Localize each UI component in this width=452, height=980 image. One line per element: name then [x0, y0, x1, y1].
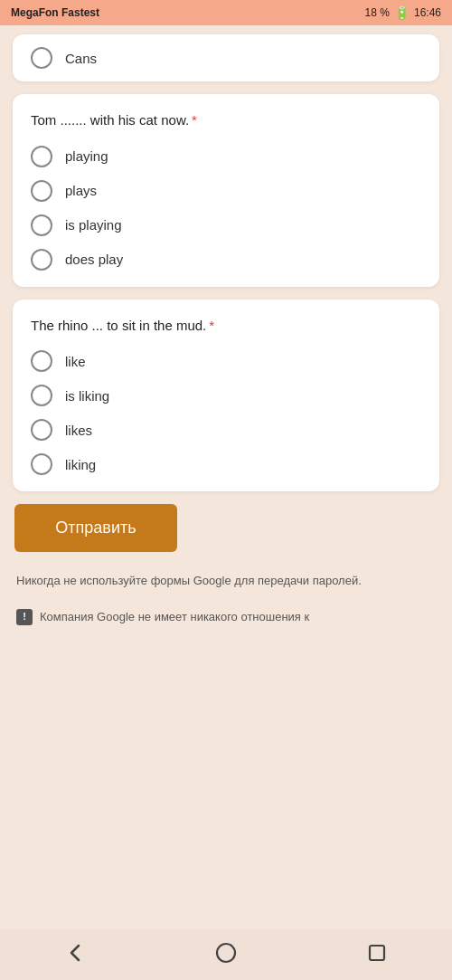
q2-radio-2[interactable] [31, 385, 52, 406]
q1-option-4-row[interactable]: does play [31, 249, 421, 271]
q1-option-3-row[interactable]: is playing [31, 214, 421, 236]
back-button[interactable] [62, 940, 88, 966]
cans-label: Cans [65, 51, 97, 66]
q2-radio-4[interactable] [31, 453, 52, 475]
svg-point-0 [217, 944, 235, 962]
q2-radio-1[interactable] [31, 350, 52, 372]
carrier-label: MegaFon Fastest [11, 6, 99, 19]
question-2-body: The rhino ... to sit in the mud. [31, 318, 206, 333]
recent-icon [364, 940, 390, 966]
q1-label-2: plays [65, 183, 97, 198]
q1-radio-2[interactable] [31, 180, 52, 202]
question-1-required: * [192, 112, 197, 128]
q1-radio-1[interactable] [31, 146, 52, 167]
top-partial-card: Cans [13, 34, 439, 81]
status-bar: MegaFon Fastest 18 % 🔋 16:46 [0, 0, 452, 25]
question-2-required: * [209, 318, 214, 333]
warning-icon: ! [16, 609, 33, 625]
q2-label-2: is liking [65, 388, 109, 404]
q1-label-1: playing [65, 148, 108, 164]
cans-option-row[interactable]: Cans [31, 47, 421, 69]
battery-icon: 🔋 [394, 5, 410, 20]
main-content: Cans Tom ....... with his cat now.* play… [0, 25, 452, 929]
question-1-card: Tom ....... with his cat now.* playing p… [13, 94, 439, 287]
question-1-text: Tom ....... with his cat now.* [31, 110, 421, 131]
battery-percent: 18 % [365, 6, 390, 19]
q2-option-1-row[interactable]: like [31, 350, 421, 372]
q1-label-4: does play [65, 252, 123, 267]
question-1-body: Tom ....... with his cat now. [31, 112, 189, 128]
q1-label-3: is playing [65, 217, 122, 233]
q1-radio-4[interactable] [31, 249, 52, 271]
q2-label-1: like [65, 354, 86, 369]
home-button[interactable] [213, 940, 239, 966]
q2-option-2-row[interactable]: is liking [31, 385, 421, 406]
nav-bar [0, 929, 452, 980]
q1-option-2-row[interactable]: plays [31, 180, 421, 202]
back-icon [62, 940, 88, 966]
q1-radio-3[interactable] [31, 214, 52, 236]
recent-button[interactable] [364, 940, 390, 966]
footer-warning-2-row: ! Компания Google не имеет никакого отно… [13, 606, 439, 630]
cans-radio[interactable] [31, 47, 52, 69]
q2-label-4: liking [65, 457, 96, 472]
time-label: 16:46 [414, 6, 441, 19]
svg-rect-1 [370, 946, 384, 960]
q1-option-1-row[interactable]: playing [31, 146, 421, 167]
q2-option-3-row[interactable]: likes [31, 419, 421, 441]
question-2-card: The rhino ... to sit in the mud.* like i… [13, 300, 439, 492]
footer-warning-2-text: Компания Google не имеет никакого отноше… [40, 608, 309, 626]
footer-warning-1: Никогда не используйте формы Google для … [13, 565, 439, 594]
question-2-text: The rhino ... to sit in the mud.* [31, 316, 421, 337]
submit-button[interactable]: Отправить [14, 504, 177, 552]
status-right: 18 % 🔋 16:46 [365, 5, 441, 20]
home-icon [213, 940, 239, 966]
q2-label-3: likes [65, 423, 92, 438]
q2-radio-3[interactable] [31, 419, 52, 441]
q2-option-4-row[interactable]: liking [31, 453, 421, 475]
